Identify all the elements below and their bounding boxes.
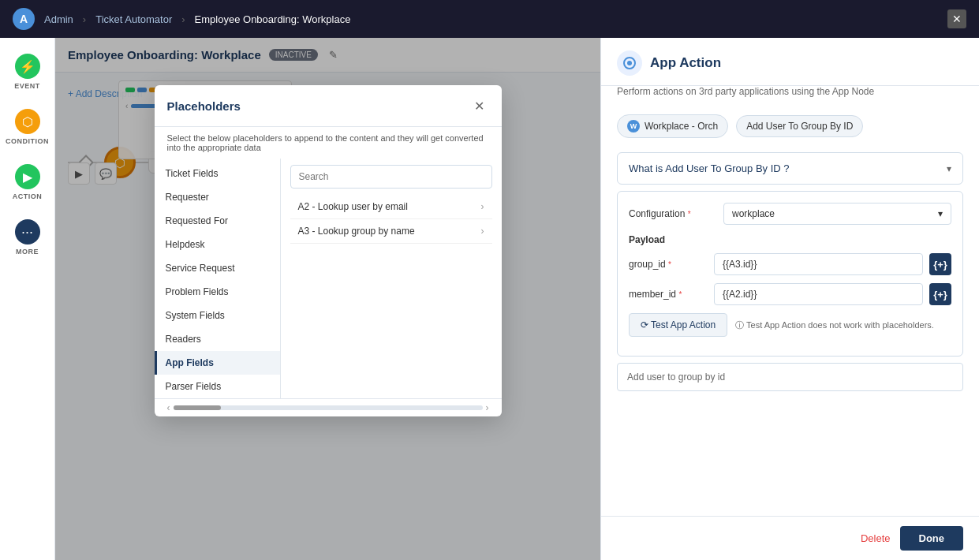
right-panel-title: App Action	[650, 55, 721, 71]
placeholder-item-a3[interactable]: A3 - Lookup group by name ›	[290, 219, 492, 244]
sidebar-item-condition[interactable]: ⬡ CONDITION	[6, 103, 50, 151]
sidebar-item-action[interactable]: ▶ ACTION	[6, 158, 50, 207]
nav-service-request[interactable]: Service Request	[155, 256, 280, 280]
test-action-row: ⟳ Test App Action ⓘ Test App Action does…	[629, 313, 951, 337]
canvas-area: Employee Onboarding: Workplace INACTIVE …	[55, 38, 600, 560]
more-icon: ···	[15, 219, 40, 245]
modal-scroll-track[interactable]	[174, 405, 483, 410]
right-panel-body: W Workplace - Orch Add User To Group By …	[601, 106, 979, 516]
condition-label: CONDITION	[6, 137, 49, 145]
modal-footer: ‹ ›	[155, 398, 502, 416]
placeholder-item-a2[interactable]: A2 - Lookup user by email ›	[290, 195, 492, 219]
member-id-input[interactable]	[714, 283, 923, 305]
right-panel-footer: Delete Done	[601, 516, 979, 560]
payload-row-group-id: group_id * {+}	[629, 253, 951, 275]
modal-scroll-left[interactable]: ‹	[167, 402, 170, 413]
action-icon: ▶	[15, 164, 40, 189]
placeholder-label-a2: A2 - Lookup user by email	[298, 201, 408, 212]
payload-row-member-id: member_id * {+}	[629, 283, 951, 305]
placeholder-arrow-a3: ›	[481, 226, 484, 237]
placeholder-arrow-a2: ›	[481, 201, 484, 212]
group-id-required: *	[668, 260, 671, 269]
action-chip[interactable]: Add User To Group By ID	[736, 115, 863, 137]
nav-right: ✕	[947, 9, 966, 28]
config-select-chevron: ▾	[938, 208, 943, 219]
payload-key-member-id: member_id *	[629, 289, 708, 300]
top-close-button[interactable]: ✕	[947, 9, 966, 28]
accordion-chevron: ▾	[947, 163, 951, 174]
test-action-note: ⓘ Test App Action does not work with pla…	[735, 319, 934, 331]
modal-scroll-right[interactable]: ›	[486, 402, 489, 413]
placeholders-modal: Placeholders ✕ Select the below placehol…	[155, 85, 502, 416]
event-label: EVENT	[14, 82, 40, 90]
modal-close-button[interactable]: ✕	[470, 96, 489, 115]
nav-ticket-fields[interactable]: Ticket Fields	[155, 162, 280, 185]
nav-parser-fields[interactable]: Parser Fields	[155, 375, 280, 398]
more-label: MORE	[16, 248, 39, 256]
sidebar-item-event[interactable]: ⚡ EVENT	[6, 47, 50, 96]
config-value: workplace	[732, 208, 775, 219]
nav-problem-fields[interactable]: Problem Fields	[155, 280, 280, 304]
modal-nav: Ticket Fields Requester Requested For He…	[155, 159, 281, 398]
breadcrumb-sep-1: ›	[83, 13, 86, 25]
workplace-icon: W	[627, 120, 640, 133]
modal-title: Placeholders	[167, 99, 241, 113]
modal-overlay: Placeholders ✕ Select the below placehol…	[55, 38, 600, 560]
right-panel: App Action Perform actions on 3rd party …	[600, 38, 979, 560]
modal-body: Ticket Fields Requester Requested For He…	[155, 159, 502, 398]
modal-scroll-thumb	[174, 405, 221, 410]
action-desc-box: Add user to group by id	[617, 363, 963, 391]
workplace-chip[interactable]: W Workplace - Orch	[617, 114, 728, 138]
action-label: ACTION	[13, 192, 43, 200]
nav-system-fields[interactable]: System Fields	[155, 304, 280, 327]
breadcrumb-admin[interactable]: Admin	[44, 13, 73, 25]
right-panel-header: App Action	[601, 38, 979, 86]
modal-subtitle: Select the below placeholders to append …	[155, 127, 502, 159]
app-logo: A	[13, 8, 35, 30]
left-sidebar: ⚡ EVENT ⬡ CONDITION ▶ ACTION ··· MORE	[0, 38, 55, 560]
breadcrumb-current: Employee Onboarding: Workplace	[195, 13, 351, 25]
member-id-plus-btn[interactable]: {+}	[929, 283, 951, 305]
workplace-row: W Workplace - Orch Add User To Group By …	[617, 106, 963, 146]
config-label: Configuration *	[629, 208, 723, 219]
event-icon: ⚡	[15, 54, 40, 79]
nav-readers[interactable]: Readers	[155, 327, 280, 351]
svg-point-1	[627, 61, 632, 65]
config-row: Configuration * workplace ▾	[629, 203, 951, 225]
config-select[interactable]: workplace ▾	[723, 203, 951, 225]
modal-header: Placeholders ✕	[155, 85, 502, 127]
condition-icon: ⬡	[15, 109, 40, 134]
payload-label: Payload	[629, 234, 951, 245]
accordion-label: What is Add User To Group By ID ?	[629, 162, 790, 174]
nav-helpdesk[interactable]: Helpdesk	[155, 233, 280, 256]
nav-requester[interactable]: Requester	[155, 185, 280, 209]
accordion-header[interactable]: What is Add User To Group By ID ? ▾	[618, 153, 962, 184]
placeholder-label-a3: A3 - Lookup group by name	[298, 226, 415, 237]
test-app-action-button[interactable]: ⟳ Test App Action	[629, 313, 727, 337]
nav-app-fields[interactable]: App Fields	[155, 351, 280, 375]
action-chip-label: Add User To Group By ID	[746, 121, 853, 132]
placeholder-search-input[interactable]	[290, 165, 492, 189]
config-section: Configuration * workplace ▾ Payload grou…	[617, 191, 963, 357]
payload-key-group-id: group_id *	[629, 259, 708, 270]
done-button[interactable]: Done	[900, 526, 964, 551]
modal-content: A2 - Lookup user by email › A3 - Lookup …	[281, 159, 502, 398]
what-is-accordion: What is Add User To Group By ID ? ▾	[617, 152, 963, 185]
nav-requested-for[interactable]: Requested For	[155, 209, 280, 233]
sidebar-item-more[interactable]: ··· MORE	[6, 213, 50, 262]
right-panel-subtitle: Perform actions on 3rd party application…	[601, 86, 979, 106]
group-id-input[interactable]	[714, 253, 923, 275]
top-navigation: A Admin › Ticket Automator › Employee On…	[0, 0, 979, 38]
main-layout: ⚡ EVENT ⬡ CONDITION ▶ ACTION ··· MORE Em…	[0, 38, 979, 560]
breadcrumb-automator[interactable]: Ticket Automator	[95, 13, 172, 25]
workplace-chip-label: Workplace - Orch	[645, 121, 718, 132]
group-id-plus-btn[interactable]: {+}	[929, 253, 951, 275]
member-id-required: *	[678, 290, 682, 299]
breadcrumb-sep-2: ›	[181, 13, 185, 25]
panel-icon	[617, 50, 642, 76]
delete-button[interactable]: Delete	[861, 532, 891, 544]
config-required: *	[688, 210, 691, 218]
